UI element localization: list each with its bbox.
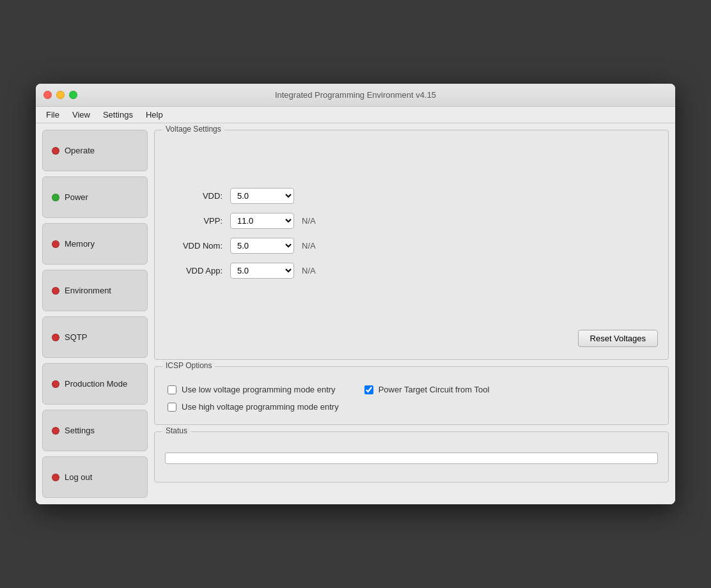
traffic-lights [43, 91, 77, 99]
menu-settings[interactable]: Settings [98, 108, 138, 121]
icsp-right-column: Power Target Circuit from Tool [364, 385, 490, 412]
low-voltage-label: Use low voltage programming mode entry [182, 385, 336, 394]
status-panel: Status [154, 431, 669, 483]
application-window: Integrated Programming Environment v4.15… [36, 84, 675, 504]
sidebar-item-sqtp[interactable]: SQTP [42, 316, 148, 358]
reset-voltages-button[interactable]: Reset Voltages [578, 330, 658, 347]
power-target-label: Power Target Circuit from Tool [379, 385, 490, 394]
sidebar-item-log-out[interactable]: Log out [42, 456, 148, 498]
settings-status-dot [52, 427, 59, 435]
sidebar-item-memory[interactable]: Memory [42, 223, 148, 265]
menu-help[interactable]: Help [141, 108, 168, 121]
operate-status-dot [52, 147, 59, 155]
voltage-settings-panel: Voltage Settings VDD: 5.0 3.3 1.8 2.5 3.… [154, 130, 669, 360]
vdd-app-select[interactable]: 5.0 3.3 1.8 [230, 263, 294, 279]
vpp-label: VPP: [165, 216, 223, 226]
sidebar-item-power[interactable]: Power [42, 176, 148, 218]
title-bar: Integrated Programming Environment v4.15 [36, 84, 675, 107]
main-content: Voltage Settings VDD: 5.0 3.3 1.8 2.5 3.… [154, 130, 669, 498]
sqtp-status-dot [52, 334, 59, 341]
high-voltage-checkbox[interactable] [168, 403, 176, 412]
voltage-rows: VDD: 5.0 3.3 1.8 2.5 3.0 VPP: 1 [165, 188, 658, 279]
vdd-select[interactable]: 5.0 3.3 1.8 2.5 3.0 [230, 188, 294, 204]
memory-status-dot [52, 240, 59, 248]
settings-label: Settings [65, 426, 95, 435]
log-out-label: Log out [65, 472, 92, 482]
memory-label: Memory [65, 239, 95, 249]
voltage-settings-title: Voltage Settings [162, 125, 224, 134]
menu-bar: File View Settings Help [36, 107, 675, 123]
vdd-nom-row: VDD Nom: 5.0 3.3 1.8 N/A [165, 238, 658, 254]
voltage-bottom: Reset Voltages [165, 291, 658, 347]
sqtp-label: SQTP [65, 332, 87, 342]
close-button[interactable] [43, 91, 52, 99]
sidebar-item-production-mode[interactable]: Production Mode [42, 363, 148, 405]
window-title: Integrated Programming Environment v4.15 [275, 90, 436, 100]
menu-file[interactable]: File [41, 108, 65, 121]
operate-label: Operate [65, 146, 95, 155]
status-title: Status [162, 426, 191, 435]
environment-label: Environment [65, 286, 111, 295]
vdd-nom-select[interactable]: 5.0 3.3 1.8 [230, 238, 294, 254]
log-out-status-dot [52, 474, 59, 481]
vpp-row: VPP: 11.0 12.0 13.0 N/A [165, 213, 658, 229]
sidebar-item-environment[interactable]: Environment [42, 270, 148, 311]
minimize-button[interactable] [56, 91, 65, 99]
sidebar-item-operate[interactable]: Operate [42, 130, 148, 171]
vdd-app-label: VDD App: [165, 266, 223, 275]
vpp-na: N/A [302, 216, 316, 226]
icsp-left-column: Use low voltage programming mode entry U… [168, 385, 339, 412]
vdd-nom-na: N/A [302, 241, 316, 251]
power-target-checkbox[interactable] [364, 385, 373, 394]
low-voltage-row: Use low voltage programming mode entry [168, 385, 339, 394]
environment-status-dot [52, 287, 59, 295]
icsp-options-title: ICSP Options [162, 361, 215, 370]
sidebar-item-settings[interactable]: Settings [42, 410, 148, 451]
app-body: Operate Power Memory Environment SQTP Pr… [36, 123, 675, 504]
sidebar: Operate Power Memory Environment SQTP Pr… [42, 130, 148, 498]
vdd-label: VDD: [165, 191, 223, 201]
high-voltage-label: Use high voltage programming mode entry [182, 402, 339, 412]
vdd-nom-label: VDD Nom: [165, 241, 223, 251]
power-target-row: Power Target Circuit from Tool [364, 385, 490, 394]
vdd-app-row: VDD App: 5.0 3.3 1.8 N/A [165, 263, 658, 279]
high-voltage-row: Use high voltage programming mode entry [168, 402, 339, 412]
icsp-options-panel: ICSP Options Use low voltage programming… [154, 366, 669, 425]
vdd-row: VDD: 5.0 3.3 1.8 2.5 3.0 [165, 188, 658, 204]
menu-view[interactable]: View [67, 108, 95, 121]
power-label: Power [65, 192, 88, 202]
vdd-app-na: N/A [302, 266, 316, 275]
vpp-select[interactable]: 11.0 12.0 13.0 [230, 213, 294, 229]
production-mode-status-dot [52, 380, 59, 388]
maximize-button[interactable] [69, 91, 77, 99]
power-status-dot [52, 194, 59, 201]
production-mode-label: Production Mode [65, 379, 127, 389]
low-voltage-checkbox[interactable] [168, 385, 176, 394]
status-bar [165, 453, 658, 464]
icsp-options-grid: Use low voltage programming mode entry U… [165, 380, 658, 417]
